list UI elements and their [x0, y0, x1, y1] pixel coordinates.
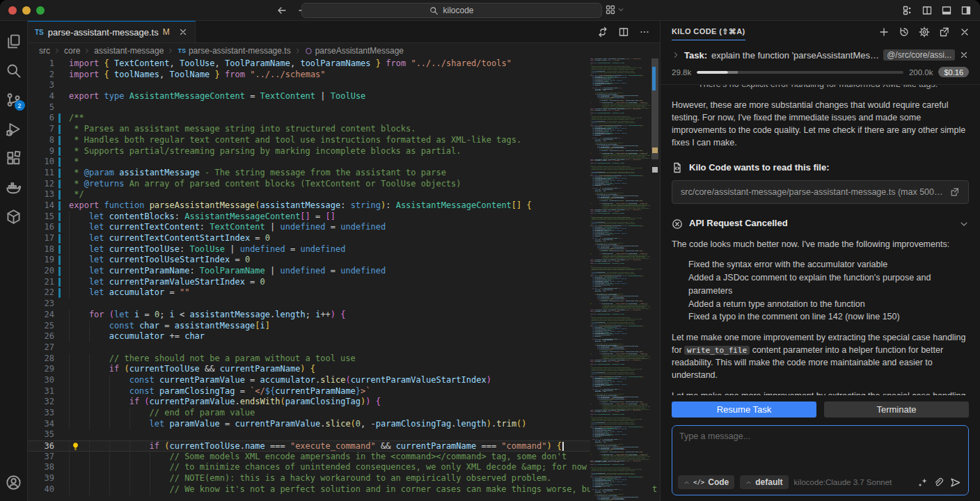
code-line[interactable]: 14export function parseAssistantMessage(… [28, 200, 590, 212]
profile-selector[interactable]: default [740, 475, 788, 489]
code-line[interactable]: 16let currentTextContent: TextContent | … [28, 222, 590, 233]
code-line[interactable]: 38// to minimize chances of unintended c… [28, 462, 590, 473]
code-line[interactable]: 33// end of param value [28, 408, 590, 419]
code-line[interactable]: 22let accumulator = "" [28, 287, 590, 299]
back-button[interactable] [274, 3, 290, 18]
resume-task-button[interactable]: Resume Task [672, 401, 816, 418]
code-line[interactable]: 17let currentTextContentStartIndex = 0 [28, 233, 590, 244]
code-line[interactable]: 7 * Parses an assistant message string i… [28, 124, 590, 135]
code-line[interactable]: 8 * Handles both regular text content an… [28, 135, 590, 146]
send-message-button[interactable] [949, 477, 961, 488]
chevron-down-icon[interactable] [959, 219, 969, 229]
command-center-search[interactable]: kilocode [301, 3, 602, 18]
mode-selector[interactable]: </> Code [678, 475, 734, 489]
token: () [642, 100, 643, 102]
token: | [225, 244, 240, 254]
code-line[interactable]: 32if (currentParamValue.endsWith(paramCl… [28, 397, 590, 408]
code-text: let currentParamValueStartIndex = 0 [69, 277, 265, 288]
code-line[interactable]: 26accumulator += char [28, 331, 590, 342]
task-row[interactable]: Task: explain the function 'parseAssista… [672, 49, 969, 61]
editor-scrollbar[interactable] [650, 58, 660, 501]
split-editor-button[interactable] [618, 26, 629, 38]
code-line[interactable]: 19let currentToolUseStartIndex = 0 [28, 255, 590, 266]
message-input[interactable] [672, 426, 968, 474]
code-line[interactable]: 6/** [28, 113, 590, 124]
code-line[interactable]: 1import { TextContent, ToolUse, ToolPara… [28, 58, 590, 70]
open-in-editor-button[interactable] [939, 26, 950, 38]
breadcrumb-item[interactable]: TSparse-assistant-message.ts [177, 46, 290, 56]
code-line[interactable]: 18let currentToolUse: ToolUse | undefine… [28, 244, 590, 255]
code-line[interactable]: 28// there should not be a param without… [28, 353, 590, 365]
code-line[interactable]: 39// NOTE(emn): this is a hacky workarou… [28, 473, 590, 484]
more-actions-button[interactable] [639, 26, 650, 38]
terminate-button[interactable]: Terminate [824, 401, 969, 418]
minimize-window-button[interactable] [22, 6, 31, 15]
file-reference-box[interactable]: src/core/assistant-message/parse-assista… [672, 180, 969, 204]
code-line[interactable]: 5 [28, 102, 590, 113]
attach-file-button[interactable] [933, 477, 944, 488]
code-line[interactable]: 24for (let i = 0; i < assistantMessage.l… [28, 310, 590, 321]
token: = [245, 375, 260, 385]
code-line[interactable]: 23 [28, 299, 590, 310]
breadcrumb-item[interactable]: parseAssistantMessage [305, 46, 404, 56]
code-line[interactable]: 40// We know it's not a perfect solution… [28, 484, 590, 495]
code-editor[interactable]: 1import { TextContent, ToolUse, ToolPara… [28, 58, 660, 501]
minimap[interactable]: import { TextContent, ToolUse, ToolParam… [590, 58, 650, 501]
enhance-prompt-button[interactable] [917, 477, 928, 488]
code-line[interactable]: 25const char = assistantMessage[i] [28, 321, 590, 332]
code-line[interactable]: 12 * @returns An array of parsed content… [28, 179, 590, 190]
code-line[interactable]: 35 [28, 429, 590, 440]
task-expand-icon[interactable] [672, 51, 680, 59]
close-window-button[interactable] [8, 6, 17, 15]
task-file-mention[interactable]: @/src/core/assi... [883, 49, 955, 61]
open-changes-button[interactable] [597, 26, 608, 38]
file-code-icon [672, 162, 683, 173]
lightbulb-icon[interactable] [71, 442, 80, 451]
activity-bar-item-run-debug[interactable] [0, 114, 28, 143]
customize-layout-button[interactable] [902, 5, 913, 16]
tab-close-button[interactable] [178, 27, 188, 37]
code-line[interactable]: 37// Some models XML encode ampersands i… [28, 452, 590, 463]
toggle-panel-button[interactable] [941, 5, 952, 16]
code-line[interactable]: 20let currentParamName: ToolParamName | … [28, 266, 590, 277]
breadcrumb-item[interactable]: assistant-message [94, 46, 164, 56]
task-close-button[interactable] [959, 50, 969, 60]
toggle-secondary-sidebar-button[interactable] [961, 5, 972, 16]
zoom-window-button[interactable] [36, 6, 45, 15]
layout-dropdown-button[interactable] [605, 4, 624, 15]
code-line[interactable]: 15let contentBlocks: AssistantMessageCon… [28, 212, 590, 223]
code-line[interactable]: 9 * Supports partial/streaming parsing b… [28, 146, 590, 157]
breadcrumb-item[interactable]: src [39, 46, 50, 56]
activity-bar-item-docker[interactable] [0, 173, 28, 202]
history-button[interactable] [899, 26, 910, 38]
code-line[interactable]: 30const currentParamValue = accumulator.… [28, 375, 590, 386]
toggle-primary-sidebar-button[interactable] [922, 5, 933, 16]
activity-bar-item-search[interactable] [0, 56, 28, 85]
activity-bar-item-extensions[interactable] [0, 143, 28, 173]
activity-bar-item-account[interactable] [0, 468, 28, 497]
code-line[interactable]: 36if (currentToolUse.name === "execute_c… [28, 440, 590, 452]
code-line[interactable]: 27 [28, 342, 590, 353]
activity-bar-item-kilo-code[interactable] [0, 202, 28, 231]
close-panel-button[interactable] [959, 26, 970, 38]
breadcrumb-item[interactable]: core [64, 46, 80, 56]
activity-bar-item-source-control[interactable]: 2 [0, 85, 28, 114]
code-line[interactable]: 29if (currentToolUse && currentParamName… [28, 364, 590, 375]
gutter [54, 299, 69, 310]
settings-button[interactable] [919, 26, 930, 38]
new-task-button[interactable] [878, 26, 890, 38]
code-line[interactable]: 34let paramValue = currentParamValue.sli… [28, 419, 590, 430]
token [371, 58, 376, 68]
code-line[interactable]: 11 * @param assistantMessage - The strin… [28, 168, 590, 179]
code-line[interactable]: 2import { toolNames, ToolName } from "..… [28, 70, 590, 81]
tab-parse-assistant-message[interactable]: TS parse-assistant-message.ts M [28, 21, 196, 42]
code-line[interactable]: 21let currentParamValueStartIndex = 0 [28, 277, 590, 288]
code-line[interactable]: 10 * [28, 157, 590, 168]
code-line[interactable]: 4export type AssistantMessageContent = T… [28, 91, 590, 102]
code-line[interactable]: 13 */ [28, 189, 590, 200]
token: currentParamValue [609, 351, 619, 352]
code-line[interactable]: 31const paramClosingTag = `</${currentPa… [28, 386, 590, 397]
activity-bar-item-explorer[interactable] [0, 26, 28, 56]
external-link-icon[interactable] [950, 187, 960, 197]
code-line[interactable]: 3 [28, 80, 590, 91]
